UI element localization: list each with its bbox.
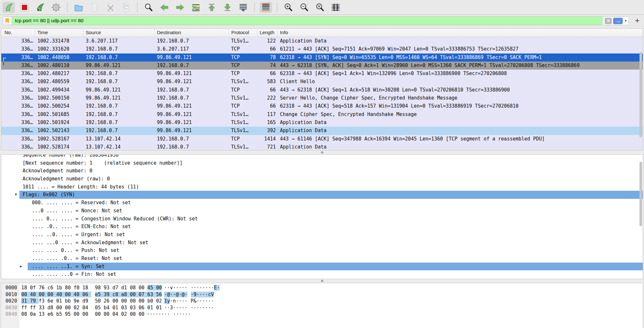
detail-line[interactable]: [Next sequence number: 1 (relative seque… bbox=[1, 159, 643, 167]
capture-options-button[interactable] bbox=[50, 2, 62, 13]
hex-byte: 76 bbox=[39, 285, 47, 291]
hex-byte: 00 bbox=[139, 298, 147, 304]
colorize-packets-button[interactable] bbox=[260, 2, 272, 13]
detail-line[interactable]: .... ..0. .... = Urgent: Not set bbox=[1, 231, 643, 239]
packet-cell-info: 62318 → 443 [ACK] Seq=518 Ack=157 Win=13… bbox=[278, 102, 643, 110]
zoom-reset-button[interactable] bbox=[314, 2, 326, 13]
packet-row[interactable]: 336…1002.448050192.168.0.799.86.49.121TC… bbox=[1, 53, 643, 62]
column-header-destination[interactable]: Destination bbox=[155, 29, 229, 37]
detail-line[interactable]: .... .... ..1. = Syn: Set▶ bbox=[1, 263, 643, 271]
packet-row[interactable]: 336…1002.480217192.168.0.799.86.49.121TC… bbox=[1, 70, 643, 78]
column-header-protocol[interactable]: Protocol bbox=[229, 29, 257, 37]
auto-scroll-button[interactable] bbox=[237, 2, 249, 13]
close-file-button[interactable] bbox=[104, 2, 116, 13]
packet-row[interactable]: 336…1002.502143192.168.0.799.86.49.121TL… bbox=[1, 127, 643, 135]
restart-capture-button[interactable] bbox=[34, 2, 46, 13]
packet-cell-time: 1002.528174 bbox=[35, 143, 83, 150]
detail-line[interactable]: ...0 .... .... = Nonce: Not set bbox=[1, 207, 643, 215]
hex-row[interactable]: 004008 0a 13 e6 b5 95 00 00 00 00 04 02 … bbox=[1, 311, 643, 318]
packet-row[interactable]: 336…1002.500254192.168.0.799.86.49.121TC… bbox=[1, 102, 643, 110]
display-filter-input[interactable]: tcp.port == 80 || udp.port == 80 bbox=[12, 17, 603, 25]
filter-bookmark-button[interactable] bbox=[3, 17, 12, 25]
packet-row[interactable]: 336…1002.50015099.86.49.121192.168.0.7TL… bbox=[1, 94, 643, 102]
expander-closed-icon[interactable]: ▶ bbox=[20, 263, 22, 271]
packet-cell-no: 336… bbox=[1, 86, 35, 94]
hex-row[interactable]: 000018 0f 76 c6 1b 80 f0 18 98 93 d7 d1 … bbox=[1, 285, 643, 291]
apply-arrow-icon: → bbox=[615, 18, 620, 24]
packet-row[interactable]: 336…1002.501924192.168.0.799.86.49.121TL… bbox=[1, 119, 643, 127]
hex-byte: 04 bbox=[82, 305, 91, 311]
packet-cell-len: 66 bbox=[257, 70, 278, 78]
packet-row[interactable]: 336…1002.3314783.6.207.117192.168.0.7TLS… bbox=[1, 37, 643, 45]
column-header-no[interactable]: No. bbox=[1, 29, 35, 37]
column-header-length[interactable]: Length bbox=[257, 29, 278, 37]
hex-byte: 00 bbox=[47, 292, 56, 297]
column-header-info[interactable]: Info bbox=[278, 29, 643, 37]
capture-options-icon bbox=[51, 3, 61, 12]
start-capture-button[interactable] bbox=[3, 2, 15, 13]
first-packet-button[interactable] bbox=[206, 2, 218, 13]
packet-row[interactable]: 336…1002.480559192.168.0.799.86.49.121TL… bbox=[1, 78, 643, 86]
detail-line[interactable]: 1011 .... = Header Length: 44 bytes (11) bbox=[1, 183, 643, 191]
zoom-in-icon bbox=[284, 3, 293, 12]
detail-line[interactable]: .... .0.. .... = ECN-Echo: Not set bbox=[1, 223, 643, 231]
zoom-out-button[interactable] bbox=[298, 2, 310, 13]
filter-apply-button[interactable]: → bbox=[613, 18, 623, 24]
filter-add-button[interactable]: + bbox=[635, 17, 639, 24]
hex-byte: 01 bbox=[112, 305, 121, 311]
close-file-icon bbox=[105, 3, 115, 12]
next-packet-button[interactable] bbox=[174, 2, 186, 13]
bookmark-icon bbox=[5, 18, 9, 24]
detail-line[interactable]: .... .... 0... = Push: Not set bbox=[1, 246, 643, 255]
packet-cell-len: 66 bbox=[257, 102, 278, 110]
reload-file-button[interactable] bbox=[120, 2, 132, 13]
packet-cell-src: 192.168.0.7 bbox=[83, 102, 155, 110]
find-packet-button[interactable] bbox=[142, 2, 155, 13]
previous-packet-button[interactable] bbox=[158, 2, 170, 13]
detail-line[interactable]: Sequence number (raw): 2805041958 bbox=[1, 154, 643, 159]
packet-row[interactable]: 336…1002.49943499.86.49.121192.168.0.7TC… bbox=[1, 86, 643, 94]
detail-line[interactable]: .... ...0 .... = Acknowledgment: Not set bbox=[1, 239, 643, 247]
last-packet-button[interactable] bbox=[221, 2, 234, 13]
packet-row[interactable]: 336…1002.331620192.168.0.73.6.207.117TCP… bbox=[1, 45, 643, 53]
packet-list-scrollbar[interactable] bbox=[639, 52, 642, 137]
display-filter-field[interactable]: tcp.port == 80 || udp.port == 80 ✕ → ▾ bbox=[3, 16, 629, 25]
packet-row[interactable]: 336…1002.52817413.107.42.14192.168.0.7TL… bbox=[1, 143, 643, 150]
packet-cell-no: 336… bbox=[1, 70, 35, 78]
detail-line[interactable]: Acknowledgment number (raw): 0 bbox=[1, 175, 643, 183]
detail-scrollbar[interactable] bbox=[639, 162, 642, 226]
filter-clear-button[interactable]: ✕ bbox=[605, 18, 612, 24]
hex-byte: 08 bbox=[21, 311, 30, 317]
save-file-button[interactable]: 010100110101110 bbox=[88, 2, 101, 13]
packet-row[interactable]: 336…1002.52816713.107.42.14192.168.0.7TC… bbox=[1, 135, 643, 143]
packet-cell-info: 443 → 61146 [ACK] Seq=347988 Ack=16394 W… bbox=[278, 135, 643, 143]
detail-line[interactable]: 000. .... .... = Reserved: Not set bbox=[1, 199, 643, 207]
detail-line[interactable]: .... 0... .... = Congestion Window Reduc… bbox=[1, 215, 643, 223]
filter-dropdown-caret[interactable]: ▾ bbox=[624, 19, 627, 23]
zoom-in-button[interactable] bbox=[282, 2, 294, 13]
column-header-time[interactable]: Time bbox=[35, 29, 83, 37]
stop-capture-button[interactable] bbox=[18, 2, 31, 13]
hex-row[interactable]: 001000 40 00 00 40 00 40 06 e5 39 c0 a8 … bbox=[1, 291, 643, 298]
expander-open-icon[interactable]: ▼ bbox=[15, 191, 17, 199]
packet-cell-proto: TLSv1… bbox=[229, 78, 257, 86]
hex-row[interactable]: 0030ff ff 33 d8 00 00 02 04 05 b4 01 03 … bbox=[1, 304, 643, 311]
hex-byte: 01 bbox=[156, 305, 162, 311]
pane-splitter-top[interactable] bbox=[0, 150, 644, 154]
detail-line[interactable]: Flags: 0x002 (SYN)▼ bbox=[1, 191, 643, 199]
detail-line[interactable]: .... .... ...0 = Fin: Not set bbox=[1, 270, 643, 278]
pane-splitter-bottom[interactable] bbox=[0, 279, 644, 283]
column-header-source[interactable]: Source bbox=[83, 29, 155, 37]
go-to-packet-button[interactable] bbox=[190, 2, 202, 13]
resize-columns-button[interactable] bbox=[330, 2, 342, 13]
packet-cell-len: 74 bbox=[257, 62, 278, 70]
packet-row[interactable]: 336…1002.501685192.168.0.799.86.49.121TL… bbox=[1, 111, 643, 119]
packet-cell-no: 336… bbox=[1, 53, 35, 62]
detail-line[interactable]: .... .... .0.. = Reset: Not set bbox=[1, 255, 643, 263]
open-file-button[interactable] bbox=[72, 2, 85, 13]
packet-row[interactable]: 336…1002.48011099.86.49.121192.168.0.7TC… bbox=[1, 62, 643, 70]
hex-byte: 00 bbox=[139, 311, 144, 317]
hex-row[interactable]: 002031 79 f3 6e 01 bb 9e d9 50 26 00 00 … bbox=[1, 298, 643, 304]
packet-cell-time: 1002.331478 bbox=[35, 37, 83, 45]
detail-line[interactable]: Acknowledgment number: 0 bbox=[1, 167, 643, 175]
